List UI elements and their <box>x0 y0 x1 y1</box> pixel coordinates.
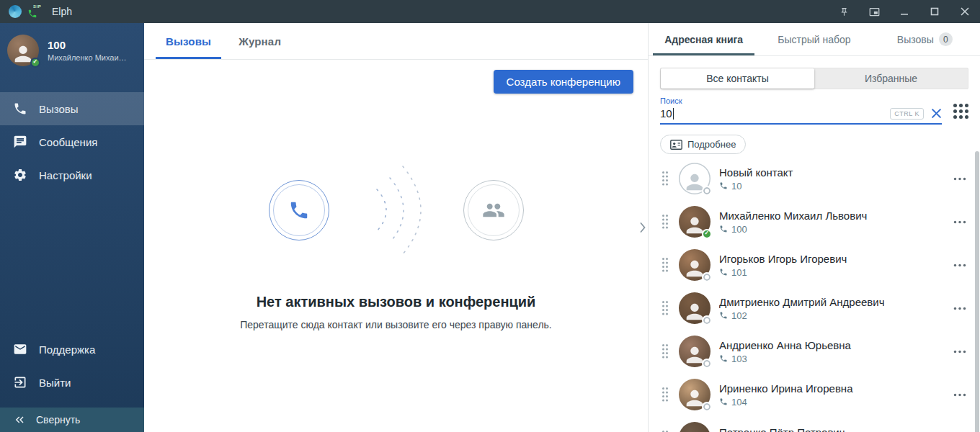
text-caret <box>673 108 674 120</box>
contact-row[interactable]: Игорьков Игорь Игоревич 101 <box>649 243 980 287</box>
sidebar-item-label: Вызовы <box>39 103 79 115</box>
maximize-icon[interactable] <box>928 5 941 18</box>
tab-speed-dial[interactable]: Быстрый набор <box>759 23 869 55</box>
sidebar-item-label: Сообщения <box>39 136 97 148</box>
gear-icon <box>13 168 27 182</box>
contact-name: Михайленко Михаил Львович <box>719 210 950 222</box>
logout-icon <box>13 375 27 390</box>
main-area: Вызовы Журнал Создать конференцию <box>144 23 649 432</box>
status-badge <box>702 359 712 369</box>
contact-number: 10 <box>731 181 741 192</box>
profile-extension: 100 <box>48 39 137 51</box>
collapse-label: Свернуть <box>36 414 80 426</box>
sidebar-item-messages[interactable]: Сообщения <box>0 125 144 158</box>
phone-small-icon <box>719 311 728 320</box>
status-badge <box>702 402 712 412</box>
drag-handle-icon[interactable] <box>662 387 670 402</box>
more-button[interactable] <box>950 393 970 397</box>
drag-handle-icon[interactable] <box>662 171 670 186</box>
contact-number: 103 <box>731 354 747 364</box>
phone-circle-icon <box>269 180 329 240</box>
contact-avatar <box>679 163 710 194</box>
tab-label: Журнал <box>239 35 281 48</box>
contact-avatar <box>679 292 710 324</box>
profile-avatar <box>7 35 39 66</box>
right-panel-tabs: Адресная книга Быстрый набор Вызовы 0 <box>649 23 980 56</box>
details-button-label: Подробнее <box>687 139 736 150</box>
more-button[interactable] <box>950 350 970 354</box>
contact-info: Петренко Пётр Петрович <box>719 426 950 432</box>
search-label: Поиск <box>660 96 942 105</box>
more-button[interactable] <box>950 220 970 224</box>
drag-handle-icon[interactable] <box>662 300 670 316</box>
contact-info: Новый контакт 10 <box>719 166 950 192</box>
contact-name: Ириненко Ирина Игоревна <box>719 382 950 395</box>
contact-name: Дмитриенко Дмитрий Андреевич <box>719 296 950 308</box>
sidebar-item-label: Выйти <box>39 377 71 389</box>
collapse-sidebar-button[interactable]: Свернуть <box>0 408 144 432</box>
tab-journal[interactable]: Журнал <box>228 23 291 59</box>
empty-state-graphics <box>269 156 524 265</box>
pin-icon[interactable] <box>837 5 850 18</box>
titlebar-left: SIP Elph <box>9 4 72 19</box>
contact-row[interactable]: Дмитриенко Дмитрий Андреевич 102 <box>649 287 980 330</box>
details-button[interactable]: Подробнее <box>660 135 746 154</box>
contact-row[interactable]: Новый контакт 10 <box>649 157 980 200</box>
contact-number: 100 <box>731 224 747 235</box>
contact-name: Игорьков Игорь Игоревич <box>719 253 950 265</box>
drag-handle-icon[interactable] <box>662 214 670 230</box>
contact-number: 102 <box>731 310 747 321</box>
wave-arcs-icon <box>364 156 429 264</box>
chevron-right-icon <box>640 222 646 233</box>
contact-avatar <box>679 379 710 410</box>
contact-info: Андриенко Анна Юрьевна 103 <box>719 339 950 364</box>
sidebar-item-settings[interactable]: Настройки <box>0 158 144 192</box>
pip-icon[interactable] <box>868 5 881 18</box>
more-button[interactable] <box>950 307 970 310</box>
app-window: SIP Elph <box>0 0 980 432</box>
minimize-icon[interactable] <box>898 5 911 18</box>
calls-count-badge: 0 <box>939 32 953 46</box>
contact-row[interactable]: Ириненко Ирина Игоревна 104 <box>649 373 980 416</box>
shortcut-badge: CTRL K <box>890 108 924 120</box>
sidebar-item-calls[interactable]: Вызовы <box>0 92 144 125</box>
profile-name: Михайленко Михаи… <box>48 53 138 62</box>
sidebar-nav: Вызовы Сообщения Настройки <box>0 92 144 192</box>
contact-number-row: 101 <box>719 267 950 278</box>
sidebar-item-support[interactable]: Поддержка <box>0 333 144 366</box>
create-conference-button[interactable]: Создать конференцию <box>494 70 633 94</box>
drag-handle-icon[interactable] <box>662 343 670 359</box>
collapse-right-panel-button[interactable] <box>638 218 648 237</box>
close-icon[interactable] <box>958 5 971 18</box>
app-body: 100 Михайленко Михаи… Вызовы Сообщения Н… <box>0 23 980 432</box>
contacts-filter-segmented: Все контакты Избранные <box>660 68 968 89</box>
contact-row[interactable]: Петренко Пётр Петрович <box>649 416 980 432</box>
contact-number: 101 <box>731 267 747 278</box>
segment-favorites[interactable]: Избранные <box>814 68 968 89</box>
scrollbar-thumb[interactable] <box>975 151 979 432</box>
profile-block[interactable]: 100 Михайленко Михаи… <box>0 23 144 75</box>
clear-search-icon[interactable] <box>931 108 942 119</box>
contact-row[interactable]: Михайленко Михаил Львович 100 <box>649 200 980 243</box>
tab-label: Вызовы <box>166 35 211 48</box>
phone-icon <box>13 102 27 116</box>
tab-address-book[interactable]: Адресная книга <box>649 23 759 55</box>
dialpad-icon[interactable] <box>953 104 968 125</box>
drag-handle-icon[interactable] <box>662 257 670 273</box>
more-button[interactable] <box>950 177 970 181</box>
sidebar-item-label: Настройки <box>39 169 92 181</box>
more-button[interactable] <box>950 264 970 267</box>
tab-calls[interactable]: Вызовы <box>156 23 221 59</box>
chat-icon <box>13 135 27 149</box>
tab-calls-count[interactable]: Вызовы 0 <box>870 23 980 55</box>
contact-row[interactable]: Андриенко Анна Юрьевна 103 <box>649 330 980 373</box>
sidebar-bottom: Поддержка Выйти <box>0 333 144 399</box>
search-input[interactable]: Поиск 10 CTRL K <box>660 96 942 125</box>
contact-number-row: 104 <box>719 397 950 408</box>
status-badge <box>702 315 712 325</box>
search-value: 10 <box>660 107 672 120</box>
segment-all-contacts[interactable]: Все контакты <box>661 68 814 89</box>
window-controls <box>837 5 971 18</box>
sidebar-item-logout[interactable]: Выйти <box>0 366 144 399</box>
contact-name: Петренко Пётр Петрович <box>719 426 950 432</box>
